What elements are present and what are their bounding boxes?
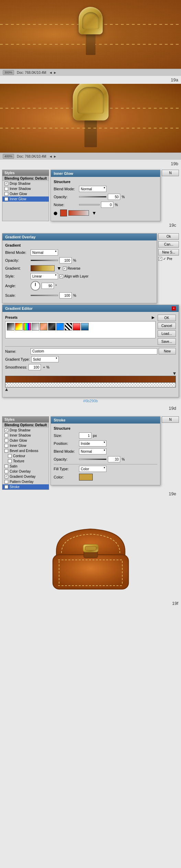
angle-dial-19d[interactable] [31, 281, 40, 291]
ge-top-stop[interactable] [173, 372, 176, 375]
ge-bottom-stop-left[interactable] [5, 388, 8, 391]
gradient-swatch-19d[interactable] [31, 265, 55, 271]
style-select-19d[interactable]: Linear [31, 273, 58, 279]
styles-blending-options-19e[interactable]: Blending Options: Default [2, 422, 49, 428]
checkbox-inner-shadow-19c[interactable] [4, 187, 8, 191]
cancel-btn-19d[interactable]: Can... [158, 241, 179, 248]
blend-mode-select-19d[interactable]: Normal [31, 249, 58, 256]
styles-outer-glow-19e[interactable]: Outer Glow [2, 438, 49, 443]
ge-smoothness-input[interactable] [29, 364, 41, 370]
chk-inner-shadow-19e[interactable] [4, 433, 8, 437]
styles-drop-shadow-19c[interactable]: Drop Shadow [2, 181, 49, 186]
dropdown-arrow-19c[interactable]: ▼ [92, 210, 97, 216]
ge-ok-btn[interactable]: OK [158, 315, 176, 321]
fill-type-select-19e[interactable]: Color [79, 466, 106, 472]
size-input-19e[interactable] [79, 432, 91, 439]
reverse-check-19d[interactable] [63, 267, 67, 270]
color-swatch-19c[interactable] [60, 210, 67, 216]
opacity-slider-19c[interactable] [79, 196, 106, 198]
styles-satin-19e[interactable]: Satin [2, 464, 49, 469]
styles-stroke-19e[interactable]: Stroke [2, 484, 49, 489]
blend-mode-select-19e[interactable]: Normal [79, 448, 106, 454]
chk-inner-glow-19e[interactable] [4, 444, 8, 448]
preset-6[interactable] [56, 323, 64, 330]
color-dot-radio-19c[interactable]: ⬤ [54, 211, 57, 215]
ge-smoothness-plus[interactable]: + [43, 365, 45, 369]
checkbox-inner-glow-19c[interactable] [4, 197, 8, 201]
scale-input-19d[interactable] [59, 292, 72, 298]
chk-contour-19e[interactable] [8, 454, 12, 458]
new-style-btn-19d[interactable]: New S... [158, 249, 179, 256]
chk-pattern-overlay-19e[interactable] [4, 480, 8, 484]
preset-7[interactable] [65, 323, 72, 330]
styles-inner-shadow-19c[interactable]: Inner Shadow [2, 186, 49, 191]
styles-gradient-overlay-19e[interactable]: Gradient Overlay [2, 474, 49, 479]
scale-slider-19d[interactable] [31, 295, 58, 296]
styles-texture-19e[interactable]: Texture [2, 459, 49, 464]
zoom-btn-19a[interactable]: 300% [3, 70, 14, 75]
styles-color-overlay-19e[interactable]: Color Overlay [2, 469, 49, 474]
presets-expand[interactable]: ► [151, 315, 156, 320]
color-swatch-19e[interactable] [79, 474, 93, 481]
preset-1[interactable] [15, 323, 23, 330]
preset-0[interactable] [7, 323, 14, 330]
checkbox-drop-shadow-19c[interactable] [4, 182, 8, 185]
chk-color-overlay-19e[interactable] [4, 470, 8, 473]
chk-gradient-overlay-19e[interactable] [4, 475, 8, 478]
position-select-19e[interactable]: Inside [79, 440, 106, 447]
preset-9[interactable] [81, 323, 89, 330]
ge-save-btn[interactable]: Save... [158, 338, 176, 345]
noise-slider-19c[interactable] [79, 204, 100, 205]
gradient-preview-19c[interactable] [68, 210, 89, 216]
chk-bevel-19e[interactable] [4, 449, 8, 453]
reverse-checkbox-19d[interactable]: Reverse [63, 267, 80, 270]
styles-blending-options-19c[interactable]: Blending Options: Default [2, 176, 49, 181]
opacity-slider-19e[interactable] [79, 459, 106, 460]
ok-btn-19e[interactable]: N [162, 416, 179, 423]
align-check-19d[interactable] [59, 274, 63, 278]
align-layer-checkbox-19d[interactable]: Align with Layer [59, 274, 89, 278]
ok-btn-19c[interactable]: N [162, 170, 179, 176]
gradient-dropdown-19d[interactable]: ▼ [57, 266, 61, 271]
style-label-19d: Style: [5, 274, 29, 278]
styles-outer-glow-19c[interactable]: Outer Glow [2, 191, 49, 196]
preview-check-19d[interactable]: ✓ Pre [158, 257, 179, 261]
preset-4[interactable] [40, 323, 47, 330]
preset-5[interactable] [48, 323, 56, 330]
preview-checkbox-19d[interactable] [158, 257, 162, 261]
styles-drop-shadow-19e[interactable]: Drop Shadow [2, 428, 49, 433]
ok-btn-19d[interactable]: Ok [158, 233, 179, 240]
opacity-slider-19d[interactable] [31, 260, 58, 261]
noise-input-19c[interactable] [101, 202, 113, 208]
preset-2[interactable] [23, 323, 31, 330]
opacity-input-19d[interactable] [59, 257, 72, 263]
styles-contour-19e[interactable]: Contour [2, 453, 49, 459]
styles-inner-glow-19c[interactable]: Inner Glow [2, 196, 49, 202]
chk-texture-19e[interactable] [8, 459, 12, 463]
blend-mode-select-19c[interactable]: Normal [79, 186, 106, 192]
angle-input-19d[interactable] [42, 283, 54, 289]
chk-satin-19e[interactable] [4, 464, 8, 468]
close-btn-ge[interactable]: ✕ [172, 306, 176, 311]
chk-outer-glow-19e[interactable] [4, 439, 8, 442]
opacity-input-19c[interactable] [108, 194, 120, 200]
ge-type-select[interactable]: Solid [31, 356, 59, 362]
ge-load-btn[interactable]: Load... [158, 330, 176, 337]
ge-new-btn[interactable]: New [159, 348, 176, 354]
chk-stroke-19e[interactable] [4, 485, 8, 489]
styles-pattern-overlay-19e[interactable]: Pattern Overlay [2, 479, 49, 484]
ge-name-input[interactable] [31, 348, 157, 354]
scale-row-19d: Scale: % [5, 292, 154, 298]
chk-drop-shadow-19e[interactable] [4, 428, 8, 432]
zoom-btn-19b[interactable]: 400% [3, 154, 14, 159]
opacity-input-19e[interactable] [108, 456, 120, 462]
styles-inner-shadow-19e[interactable]: Inner Shadow [2, 433, 49, 438]
preset-8[interactable] [73, 323, 80, 330]
ge-gradient-bar[interactable] [5, 376, 176, 383]
styles-bevel-emboss-19e[interactable]: Bevel and Emboss [2, 448, 49, 453]
reverse-label-19d: Reverse [68, 267, 80, 270]
preset-3[interactable] [32, 323, 39, 330]
ge-cancel-btn[interactable]: Cancel [158, 323, 176, 329]
checkbox-outer-glow-19c[interactable] [4, 192, 8, 196]
styles-inner-glow-19e[interactable]: Inner Glow [2, 443, 49, 448]
